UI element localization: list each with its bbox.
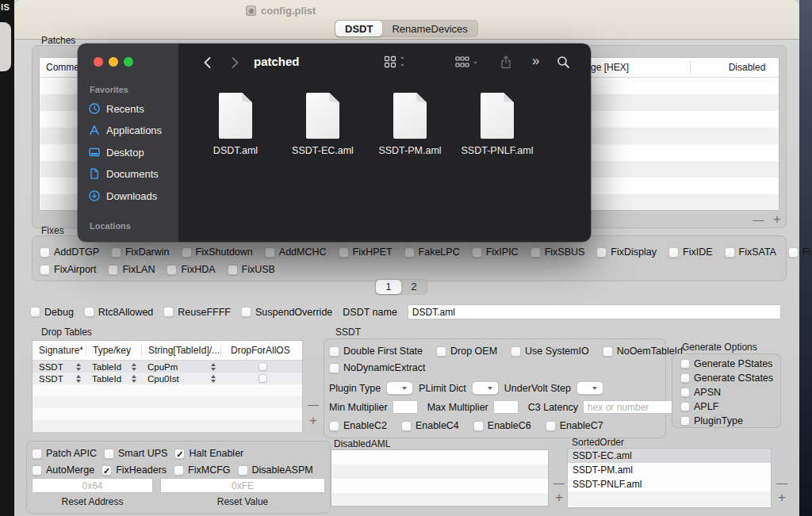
tab-dsdt[interactable]: DSDT xyxy=(335,21,382,36)
checkbox-nodynamicextract[interactable] xyxy=(329,363,339,373)
checkbox-adddtgp[interactable] xyxy=(40,247,50,258)
drop-tables-row-2[interactable]: SSDT TableId Cpu0Ist xyxy=(33,373,302,384)
page-2-button[interactable]: 2 xyxy=(401,280,427,294)
checkbox-fixsata[interactable] xyxy=(725,247,735,258)
checkbox-generate-cstates[interactable] xyxy=(680,373,690,383)
stepper-icon[interactable] xyxy=(132,375,137,383)
checkbox-dropforallos-2[interactable] xyxy=(259,374,267,383)
label-fixipic: FixIPIC xyxy=(486,247,519,258)
stepper-icon[interactable] xyxy=(132,363,137,371)
checkbox-fixdarwin[interactable] xyxy=(111,247,121,258)
checkbox-fixsbus[interactable] xyxy=(530,247,541,258)
checkbox-fixide[interactable] xyxy=(668,247,679,258)
checkbox-fakelpc[interactable] xyxy=(404,247,415,258)
sorted-order-list[interactable]: SSDT-EC.aml SSDT-PM.aml SSDT-PNLF.aml xyxy=(567,448,772,508)
sidebar-item-applications[interactable]: Applications xyxy=(88,124,162,136)
back-button[interactable] xyxy=(201,55,215,71)
sidebar-item-documents[interactable]: Documents xyxy=(88,167,159,180)
checkbox-plugintype[interactable] xyxy=(680,416,690,426)
file-dsdt-aml[interactable]: DSDT.aml xyxy=(201,93,270,156)
checkbox-suspendoverride[interactable] xyxy=(241,307,251,317)
checkbox-double-first-state[interactable] xyxy=(329,346,339,357)
plugin-type-select[interactable] xyxy=(386,381,413,395)
stepper-icon[interactable] xyxy=(211,363,216,371)
checkbox-fixusb[interactable] xyxy=(228,265,238,275)
sorted-order-item-1[interactable]: SSDT-EC.aml xyxy=(568,449,771,463)
checkbox-fixheaders[interactable] xyxy=(102,465,112,476)
dsdt-name-input[interactable] xyxy=(408,304,781,319)
checkbox-rtc8allowed[interactable] xyxy=(84,307,94,317)
file-ssdt-pm-aml[interactable]: SSDT-PM.aml xyxy=(375,93,445,156)
sorted-order-item-3[interactable]: SSDT-PNLF.aml xyxy=(568,477,771,491)
checkbox-fixairport[interactable] xyxy=(40,265,50,275)
sidebar-item-downloads[interactable]: Downloads xyxy=(88,189,157,202)
max-multiplier-field[interactable] xyxy=(493,400,519,414)
min-multiplier-field[interactable] xyxy=(393,400,418,414)
c3-latency-field[interactable] xyxy=(583,400,680,414)
stepper-icon[interactable] xyxy=(76,375,82,383)
plimit-dict-select[interactable] xyxy=(472,381,499,395)
undervolt-step-select[interactable] xyxy=(576,381,603,395)
group-by-button[interactable]: ⌄ xyxy=(454,55,478,69)
checkbox-dropforallos-1[interactable] xyxy=(259,362,267,371)
stepper-icon[interactable] xyxy=(76,363,82,371)
checkbox-enablec2[interactable] xyxy=(329,421,339,431)
drop-tables-table[interactable]: Signature* Type/key String[TableId]/... … xyxy=(32,340,303,430)
reset-value-field[interactable] xyxy=(160,478,325,493)
checkbox-apsn[interactable] xyxy=(680,388,690,397)
checkbox-disableaspm[interactable] xyxy=(238,465,248,476)
checkbox-fixipic[interactable] xyxy=(472,247,482,258)
sidebar-item-desktop[interactable]: Desktop xyxy=(88,146,144,159)
checkbox-reuseffff[interactable] xyxy=(163,307,174,317)
checkbox-enablec6[interactable] xyxy=(473,421,484,431)
checkbox-nooemtableid[interactable] xyxy=(603,346,613,357)
sidebar-item-recents[interactable]: Recents xyxy=(88,102,144,115)
checkbox-fixhpet[interactable] xyxy=(339,247,349,258)
checkbox-fixhda[interactable] xyxy=(167,265,177,275)
checkbox-fixdisplay[interactable] xyxy=(596,247,607,258)
file-ssdt-pnlf-aml[interactable]: SSDT-PNLF.aml xyxy=(462,93,532,156)
sorted-order-item-2[interactable]: SSDT-PM.aml xyxy=(568,463,771,477)
checkbox-fixmcfg[interactable] xyxy=(174,465,184,476)
file-ssdt-ec-aml[interactable]: SSDT-EC.aml xyxy=(288,93,358,156)
forward-button[interactable] xyxy=(228,55,242,71)
checkbox-patch-apic[interactable] xyxy=(32,449,42,459)
close-button[interactable] xyxy=(94,57,103,67)
header-typekey: Type/key xyxy=(86,344,141,357)
share-button[interactable] xyxy=(499,55,513,71)
checkbox-smart-ups[interactable] xyxy=(104,449,114,459)
page-1-button[interactable]: 1 xyxy=(376,280,401,294)
drop-tables-add-button[interactable]: + xyxy=(309,414,317,427)
checkbox-use-systemio[interactable] xyxy=(511,346,521,357)
patches-add-button[interactable]: + xyxy=(773,212,781,226)
view-options-button[interactable]: ⌃⌄ xyxy=(383,55,405,69)
stepper-icon[interactable] xyxy=(211,375,216,383)
checkbox-drop-oem[interactable] xyxy=(436,346,446,357)
drop-tables-remove-button[interactable]: — xyxy=(308,399,319,410)
checkbox-fixlan[interactable] xyxy=(108,265,118,275)
sorted-order-remove-button[interactable]: — xyxy=(776,477,787,488)
sorted-order-add-button[interactable]: + xyxy=(778,491,786,504)
drop-tables-row-1[interactable]: SSDT TableId CpuPm xyxy=(33,361,302,373)
checkbox-halt-enabler[interactable] xyxy=(174,449,185,459)
disabled-aml-add-button[interactable]: + xyxy=(555,491,563,504)
checkbox-addmchc[interactable] xyxy=(265,247,275,258)
toolbar-overflow-button[interactable]: » xyxy=(532,53,539,69)
disabled-aml-list[interactable] xyxy=(331,449,549,506)
apic-row-2: AutoMerge FixHeaders FixMCFG DisableASPM xyxy=(32,464,313,476)
patches-remove-button[interactable]: — xyxy=(753,214,764,225)
reset-address-field[interactable] xyxy=(32,478,153,493)
checkbox-automerge[interactable] xyxy=(32,465,42,476)
tab-renamedevices[interactable]: RenameDevices xyxy=(382,21,477,36)
minimize-button[interactable] xyxy=(109,57,118,67)
search-button[interactable] xyxy=(556,55,571,70)
checkbox-generate-pstates[interactable] xyxy=(680,359,690,369)
checkbox-fixshutdown[interactable] xyxy=(182,247,192,258)
checkbox-aplf[interactable] xyxy=(680,402,690,411)
checkbox-enablec7[interactable] xyxy=(546,421,556,431)
checkbox-debug[interactable] xyxy=(30,307,40,317)
checkbox-enablec4[interactable] xyxy=(401,421,412,431)
checkbox-fixfirewire[interactable] xyxy=(788,247,799,258)
disabled-aml-remove-button[interactable]: — xyxy=(553,477,565,488)
zoom-button[interactable] xyxy=(124,57,133,67)
